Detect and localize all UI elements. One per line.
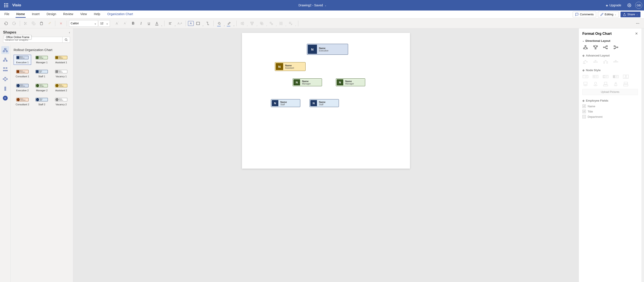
tab-organization-chart[interactable]: Organization Chart <box>106 11 134 18</box>
change-shape-button[interactable]: ⌄ <box>287 20 296 27</box>
shape-staff-1[interactable]: NameStaffStaff 1 <box>33 69 50 79</box>
tab-review[interactable]: Review <box>62 11 74 18</box>
tab-view[interactable]: View <box>80 11 88 18</box>
undo-button[interactable] <box>3 20 10 27</box>
layout-left-right-button[interactable] <box>602 45 609 50</box>
shape-assistant-2[interactable]: NameAssistantAssistant 2 <box>52 83 70 93</box>
add-stencil-button[interactable]: + <box>3 96 8 101</box>
align-objects-button[interactable]: ⌄ <box>239 20 248 27</box>
search-button[interactable] <box>62 37 70 42</box>
arrange-button[interactable]: ⌄ <box>258 20 267 27</box>
settings-button[interactable] <box>626 2 632 8</box>
container-button[interactable]: ⌄ <box>278 20 286 27</box>
tooltip: Office Online Frame <box>4 35 31 39</box>
user-avatar[interactable]: GB <box>635 2 642 9</box>
shape-label: Manager 2 <box>36 89 48 92</box>
node-assistant[interactable]: N NameAssistant <box>275 62 306 71</box>
title-dropdown-icon[interactable]: ⌄ <box>325 4 326 6</box>
tab-insert[interactable]: Insert <box>31 11 40 18</box>
node-executive[interactable]: N NameExecutive <box>307 44 348 55</box>
shape-manager-2[interactable]: NameManagerManager 2 <box>33 83 50 93</box>
node-manager-1[interactable]: N NameManager <box>292 78 322 86</box>
paste-button[interactable] <box>38 20 45 27</box>
chevron-down-icon: ⌄ <box>94 22 96 25</box>
clipboard-icon <box>40 22 43 25</box>
stencil-item-4[interactable] <box>1 75 9 83</box>
svg-rect-16 <box>33 23 35 25</box>
node-initial: N <box>337 79 343 85</box>
app-launcher[interactable] <box>2 1 10 10</box>
field-name-checkbox: ✓Name <box>582 104 638 108</box>
close-format-panel-button[interactable]: ✕ <box>635 31 638 36</box>
svg-rect-26 <box>250 22 252 23</box>
svg-point-116 <box>594 76 595 77</box>
underline-button[interactable]: U <box>146 20 152 27</box>
position-button[interactable]: ⌄ <box>248 20 257 27</box>
chevron-down-icon[interactable]: ⌄ <box>582 40 584 42</box>
node-staff-1[interactable]: N NameStaff <box>271 99 300 107</box>
tab-file[interactable]: File <box>4 11 10 18</box>
tab-help[interactable]: Help <box>93 11 101 18</box>
shape-staff-2[interactable]: NameStaffStaff 2 <box>33 97 50 107</box>
stencil-org-chart[interactable] <box>1 46 9 54</box>
text-direction-button[interactable]: A↗ <box>176 20 183 27</box>
group-button[interactable]: ⌄ <box>268 20 276 27</box>
decrease-font-button[interactable]: A˅ <box>122 20 129 27</box>
shape-consultant-2[interactable]: NameConsultantConsultant 2 <box>14 97 31 107</box>
italic-button[interactable]: I <box>138 20 144 27</box>
shape-executive-2[interactable]: NameExecutiveExecutive 2 <box>14 83 31 93</box>
tab-design[interactable]: Design <box>46 11 57 18</box>
shape-consultant-1[interactable]: NameConsultantConsultant 1 <box>14 69 31 79</box>
diamond-icon: ◈ <box>582 54 584 57</box>
upgrade-button[interactable]: ◈ Upgrade <box>604 2 624 8</box>
shape-assistant-1[interactable]: NameAssistantAssistant 1 <box>52 55 70 65</box>
share-icon <box>623 13 626 16</box>
copy-button[interactable] <box>30 20 37 27</box>
svg-rect-110 <box>617 62 618 62</box>
collapse-shapes-button[interactable]: ‹ <box>69 31 70 34</box>
increase-font-button[interactable]: A˄ <box>114 20 121 27</box>
font-color-button[interactable]: A⌄ <box>153 20 162 27</box>
drawing-canvas[interactable]: N NameExecutive N NameAssistant N NameMa… <box>242 33 410 169</box>
editing-mode-button[interactable]: Editing ⌄ <box>598 11 619 17</box>
svg-rect-73 <box>596 46 598 47</box>
line-color-button[interactable]: ⌄ <box>226 20 234 27</box>
layout-icon <box>613 60 618 64</box>
vertical-scrollbar[interactable] <box>641 28 644 282</box>
stencil-item-2[interactable] <box>1 56 9 64</box>
font-family-selector[interactable]: Calibri⌄ <box>69 20 98 27</box>
bold-button[interactable]: B <box>130 20 137 27</box>
more-options-button[interactable]: ⋯ <box>634 20 641 27</box>
svg-rect-100 <box>596 62 598 62</box>
fill-color-button[interactable]: ⌄ <box>216 20 224 27</box>
node-role: Staff <box>319 103 339 106</box>
svg-rect-25 <box>242 22 244 25</box>
search-icon <box>64 38 68 41</box>
advanced-layout-2 <box>592 59 598 65</box>
stencil-item-5[interactable] <box>1 85 9 93</box>
shape-button[interactable]: ⌄ <box>194 20 203 27</box>
shape-vacancy-1[interactable]: NameVacancyVacancy 1 <box>52 69 70 79</box>
layout-right-left-button[interactable] <box>613 45 619 50</box>
shape-vacancy-2[interactable]: NameVacancyVacancy 2 <box>52 97 70 107</box>
font-size-selector[interactable]: 12⌄ <box>99 20 110 27</box>
stencil-item-3[interactable] <box>1 65 9 73</box>
layout-top-down-button[interactable] <box>582 45 588 50</box>
align-button[interactable]: ⌄ <box>167 20 176 27</box>
delete-button[interactable] <box>58 20 64 27</box>
layout-icon <box>583 45 588 49</box>
tab-home[interactable]: Home <box>16 11 26 18</box>
shape-manager-1[interactable]: NameManagerManager 1 <box>33 55 50 65</box>
text-box-button[interactable]: A <box>188 21 194 26</box>
share-button[interactable]: Share ⌄ <box>620 11 640 17</box>
connector-button[interactable] <box>204 20 211 27</box>
comments-button[interactable]: Comments <box>573 11 596 17</box>
cut-button[interactable] <box>22 20 29 27</box>
document-title[interactable]: Drawing2 - Saved <box>298 3 323 7</box>
shape-executive-1[interactable]: NameExecutiveExecutive 1 <box>14 55 31 65</box>
format-painter-button[interactable] <box>46 20 53 27</box>
redo-button[interactable] <box>10 20 18 27</box>
node-manager-2[interactable]: N NameManager <box>336 78 365 86</box>
layout-bottom-up-button[interactable] <box>592 45 598 50</box>
node-staff-2[interactable]: N NameStaff <box>310 99 339 107</box>
